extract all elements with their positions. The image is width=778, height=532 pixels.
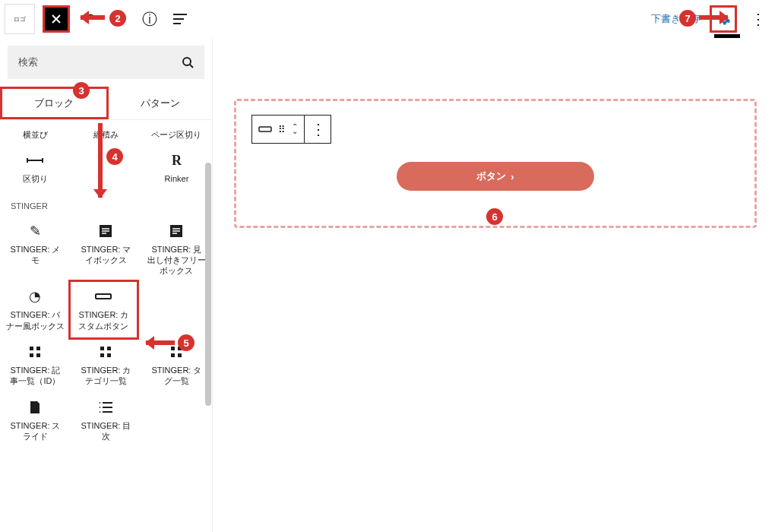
svg-rect-12	[171, 347, 175, 350]
annotation-arrow	[98, 123, 103, 198]
outline-button[interactable]	[169, 8, 191, 30]
grid-icon	[100, 344, 112, 360]
search-input[interactable]: 検索	[8, 46, 204, 79]
svg-rect-16	[259, 127, 271, 131]
note-icon	[99, 223, 112, 239]
annotation-arrow	[146, 340, 175, 345]
block-row[interactable]: 横並び	[0, 123, 71, 146]
more-options-button[interactable]: ⋮	[746, 8, 769, 30]
block-list: 横並び 縦積み ページ区切り 区切り R Rinker STINGER ✎STI…	[0, 120, 212, 532]
svg-rect-15	[178, 353, 182, 357]
block-stinger-memo[interactable]: ✎STINGER: メモ	[0, 217, 71, 283]
block-toolbar: ⠿ ⌃⌄ ⋮	[251, 115, 331, 144]
close-icon	[50, 13, 62, 25]
svg-rect-7	[36, 353, 40, 357]
block-stinger-mybox[interactable]: STINGER: マイボックス	[71, 217, 141, 283]
block-stinger-freebox[interactable]: STINGER: 見出し付きフリーボックス	[141, 217, 212, 283]
block-stinger-postlist-id[interactable]: STINGER: 記事一覧（ID）	[0, 337, 71, 393]
block-stinger-toc[interactable]: STINGER: 目次	[71, 393, 141, 448]
block-rinker[interactable]: R Rinker	[141, 146, 212, 190]
toolbar-more[interactable]: ⋮	[305, 116, 330, 143]
block-stinger-slide[interactable]: STINGER: スライド	[0, 393, 71, 448]
button-icon	[95, 288, 112, 305]
block-separator[interactable]: 区切り	[0, 146, 71, 190]
more-icon: ⋮	[311, 120, 324, 138]
toolbar-block-type[interactable]: ⠿ ⌃⌄	[252, 116, 305, 143]
rinker-icon: R	[172, 152, 182, 169]
move-up-down[interactable]: ⌃⌄	[292, 125, 298, 134]
drag-handle-icon[interactable]: ⠿	[278, 124, 286, 135]
note-icon	[169, 223, 183, 239]
block-stinger-custom-button[interactable]: STINGER: カスタムボタン	[68, 280, 139, 340]
annotation-badge: 6	[486, 208, 503, 225]
block-page-break[interactable]: ページ区切り	[141, 123, 212, 146]
svg-point-0	[183, 58, 191, 65]
svg-rect-4	[30, 347, 33, 350]
tab-patterns[interactable]: パターン	[109, 87, 213, 119]
svg-rect-10	[100, 353, 104, 357]
list-view-icon	[173, 14, 187, 24]
annotation-badge: 7	[679, 10, 696, 27]
editor-canvas: ⠿ ⌃⌄ ⋮ ボタン ›	[213, 38, 778, 532]
list-icon	[99, 399, 112, 416]
annotation-arrow	[699, 15, 728, 20]
search-placeholder: 検索	[18, 55, 38, 69]
annotation-badge: 2	[109, 10, 126, 27]
block-inserter-panel: 検索 ブロック パターン 横並び 縦積み ページ区切り 区切り R Rinker…	[0, 38, 213, 532]
info-button[interactable]: ⓘ	[138, 8, 161, 30]
block-stinger-banner[interactable]: ◔STINGER: バナー風ボックス	[0, 282, 71, 337]
chevron-right-icon: ›	[511, 171, 514, 182]
separator-icon	[26, 152, 44, 169]
block-stack[interactable]: 縦積み	[71, 123, 141, 146]
svg-rect-3	[96, 294, 111, 299]
tab-blocks[interactable]: ブロック	[0, 87, 109, 119]
svg-rect-6	[30, 353, 33, 357]
button-icon	[258, 125, 272, 133]
svg-rect-5	[36, 347, 40, 350]
block-stinger-category[interactable]: STINGER: カテゴリ一覧	[71, 337, 141, 393]
search-icon	[182, 56, 194, 68]
file-icon	[30, 399, 40, 416]
site-logo[interactable]: ロゴ	[5, 4, 35, 34]
svg-rect-9	[107, 347, 111, 350]
pencil-icon: ✎	[30, 223, 41, 239]
annotation-arrow	[81, 15, 105, 20]
inserter-tabs: ブロック パターン	[0, 87, 212, 120]
svg-rect-11	[107, 353, 111, 357]
grid-icon	[29, 344, 41, 360]
svg-rect-14	[171, 353, 175, 357]
annotation-badge: 4	[106, 148, 123, 165]
annotation-badge: 3	[73, 82, 90, 99]
annotation-badge: 5	[178, 334, 194, 351]
circle-icon: ◔	[29, 288, 41, 305]
scrollbar[interactable]	[205, 163, 211, 406]
svg-rect-8	[100, 347, 104, 350]
custom-button-preview[interactable]: ボタン ›	[397, 162, 594, 191]
close-inserter-button[interactable]	[43, 5, 70, 33]
